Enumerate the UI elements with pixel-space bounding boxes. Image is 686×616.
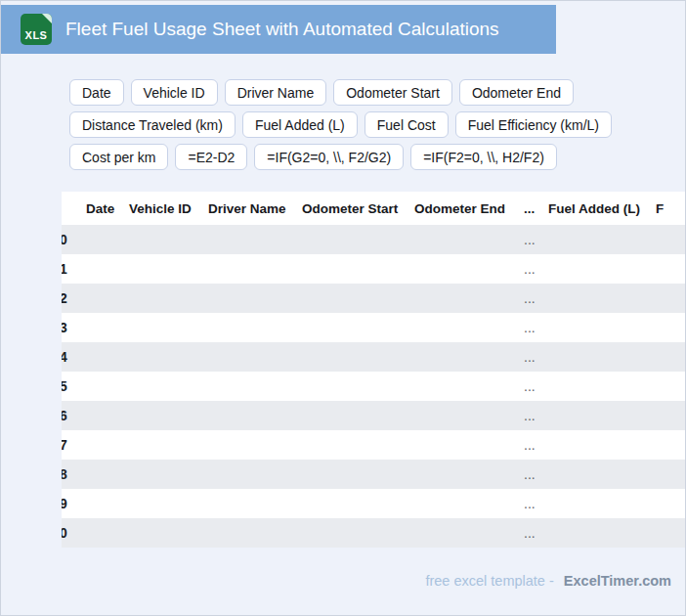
- table-row: 3 ...: [62, 313, 685, 342]
- page-title: Fleet Fuel Usage Sheet with Automated Ca…: [65, 19, 499, 40]
- row-clipped-value: 3: [62, 320, 71, 335]
- chip-fuel-efficiency[interactable]: Fuel Efficiency (km/L): [455, 111, 612, 138]
- chip-driver-name[interactable]: Driver Name: [225, 79, 327, 106]
- table-row: 2 ...: [62, 284, 685, 313]
- table-row: 6 ...: [62, 401, 685, 430]
- folded-corner-icon: [42, 14, 52, 23]
- chip-row-1: Date Vehicle ID Driver Name Odometer Sta…: [69, 79, 685, 106]
- table-row: 5 ...: [62, 372, 685, 401]
- row-clipped-value: 9: [62, 496, 71, 511]
- chip-row-2: Distance Traveled (km) Fuel Added (L) Fu…: [69, 111, 685, 138]
- row-clipped-value: 0: [62, 525, 71, 541]
- chip-fuel-added[interactable]: Fuel Added (L): [242, 111, 358, 138]
- row-clipped-value: 6: [62, 408, 71, 423]
- row-ellipsis: ...: [509, 232, 534, 247]
- col-header-fuel-cost-clipped: F: [641, 201, 685, 216]
- chip-odometer-start[interactable]: Odometer Start: [333, 79, 452, 106]
- row-clipped-value: 2: [62, 290, 71, 306]
- col-header-odometer-end: Odometer End: [400, 201, 509, 216]
- row-ellipsis: ...: [509, 378, 534, 394]
- field-chips: Date Vehicle ID Driver Name Odometer Sta…: [69, 79, 685, 170]
- chip-formula-cost-per-km[interactable]: =IF(F2=0, \\, H2/F2): [410, 144, 557, 170]
- row-ellipsis: ...: [509, 496, 534, 511]
- row-ellipsis: ...: [509, 437, 534, 453]
- table-row: 1 ...: [62, 254, 685, 284]
- row-clipped-value: 0: [62, 232, 71, 247]
- table-header-row: Date Vehicle ID Driver Name Odometer Sta…: [62, 192, 685, 225]
- row-clipped-value: 5: [62, 378, 71, 394]
- chip-vehicle-id[interactable]: Vehicle ID: [131, 79, 218, 106]
- chip-date[interactable]: Date: [69, 79, 124, 106]
- footer: free excel template - ExcelTimer.com: [1, 573, 685, 589]
- row-ellipsis: ...: [509, 290, 534, 306]
- row-clipped-value: 7: [62, 437, 71, 453]
- row-ellipsis: ...: [509, 408, 534, 423]
- chip-formula-distance[interactable]: =E2-D2: [175, 144, 247, 170]
- row-clipped-value: 8: [62, 466, 71, 482]
- header-bar: XLS Fleet Fuel Usage Sheet with Automate…: [1, 5, 556, 54]
- chip-cost-per-km[interactable]: Cost per km: [69, 144, 168, 170]
- footer-text: free excel template -: [425, 573, 553, 589]
- chip-fuel-cost[interactable]: Fuel Cost: [364, 111, 449, 138]
- table-row: 7 ...: [62, 430, 685, 460]
- table-inner: Date Vehicle ID Driver Name Odometer Sta…: [62, 192, 685, 548]
- table-row: 9 ...: [62, 489, 685, 518]
- row-clipped-value: 4: [62, 349, 71, 365]
- row-ellipsis: ...: [509, 349, 534, 365]
- table-row: 0 ...: [62, 518, 685, 548]
- row-ellipsis: ...: [509, 320, 534, 335]
- xls-icon-label: XLS: [25, 29, 48, 41]
- footer-brand-link[interactable]: ExcelTimer.com: [564, 573, 671, 589]
- col-header-ellipsis: ...: [509, 201, 534, 216]
- col-header-date: Date: [71, 201, 114, 216]
- table-row: 4 ...: [62, 342, 685, 372]
- row-ellipsis: ...: [509, 525, 534, 541]
- xls-file-icon: XLS: [21, 14, 52, 45]
- row-ellipsis: ...: [509, 466, 534, 482]
- table-row: 8 ...: [62, 460, 685, 489]
- chip-distance-traveled[interactable]: Distance Traveled (km): [69, 111, 236, 138]
- data-table: Date Vehicle ID Driver Name Odometer Sta…: [62, 192, 685, 548]
- table-row: 0 ...: [62, 225, 685, 254]
- chip-formula-efficiency[interactable]: =IF(G2=0, \\, F2/G2): [254, 144, 404, 170]
- chip-odometer-end[interactable]: Odometer End: [459, 79, 574, 106]
- col-header-odometer-start: Odometer Start: [287, 201, 400, 216]
- col-header-vehicle-id: Vehicle ID: [114, 201, 193, 216]
- col-header-driver-name: Driver Name: [193, 201, 287, 216]
- row-clipped-value: 1: [62, 261, 71, 277]
- row-ellipsis: ...: [509, 261, 534, 277]
- col-header-fuel-added: Fuel Added (L): [534, 201, 641, 216]
- page: XLS Fleet Fuel Usage Sheet with Automate…: [0, 0, 686, 616]
- chip-row-3: Cost per km =E2-D2 =IF(G2=0, \\, F2/G2) …: [69, 144, 685, 170]
